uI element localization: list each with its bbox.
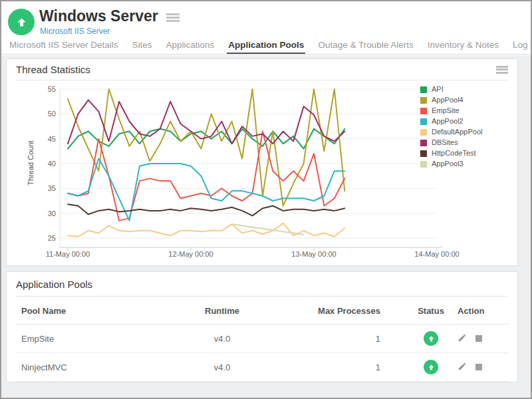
- column-header-action: Action: [455, 297, 509, 325]
- tab-sites[interactable]: Sites: [131, 40, 154, 54]
- svg-text:13-May 00:00: 13-May 00:00: [291, 250, 336, 258]
- application-pools-title: Application Pools: [16, 279, 92, 290]
- status-up-icon: [424, 360, 438, 374]
- legend-item[interactable]: API: [420, 86, 482, 93]
- application-pools-panel: Application Pools Pool Name Runtime Max …: [7, 272, 517, 382]
- svg-text:40: 40: [48, 160, 56, 168]
- legend-label: DefaultAppPool: [432, 128, 482, 136]
- legend-swatch-icon: [420, 97, 427, 104]
- legend-item[interactable]: DBSites: [420, 139, 482, 146]
- column-header-runtime: Runtime: [182, 297, 262, 325]
- svg-text:45: 45: [48, 135, 56, 143]
- tab-application-pools[interactable]: Application Pools: [227, 40, 305, 54]
- content-area: Thread Statistics Thread Count 253035404…: [1, 55, 531, 398]
- legend-item[interactable]: AppPool2: [420, 118, 482, 125]
- pool-name-cell: NinjectMVC: [16, 353, 182, 382]
- legend-label: API: [432, 86, 444, 93]
- tab-bar: Microsoft IIS Server Details Sites Appli…: [1, 39, 531, 55]
- legend-label: HttpCodeTest: [432, 150, 476, 157]
- legend-item[interactable]: AppPool4: [420, 96, 482, 104]
- tab-server-details[interactable]: Microsoft IIS Server Details: [8, 40, 120, 54]
- tab-inventory-notes[interactable]: Inventory & Notes: [426, 40, 500, 54]
- legend-label: EmpSite: [432, 107, 460, 114]
- edit-pencil-icon[interactable]: [458, 362, 467, 373]
- svg-text:50: 50: [48, 110, 56, 118]
- legend-item[interactable]: EmpSite: [420, 107, 482, 114]
- svg-text:35: 35: [48, 184, 56, 192]
- max-processes-cell: 1: [262, 325, 407, 353]
- legend-item[interactable]: DefaultAppPool: [420, 128, 482, 136]
- thread-chart-area: Thread Count 2530354045505511-May 00:001…: [7, 80, 517, 265]
- column-header-status: Status: [407, 297, 455, 325]
- legend-swatch-icon: [420, 140, 427, 146]
- thread-statistics-title: Thread Statistics: [16, 64, 90, 75]
- arrow-up-icon: [16, 17, 27, 28]
- svg-text:25: 25: [48, 234, 56, 242]
- legend-item[interactable]: HttpCodeTest: [420, 150, 482, 157]
- tab-outage-trouble-alerts[interactable]: Outage & Trouble Alerts: [317, 40, 414, 54]
- chart-menu-hamburger-icon[interactable]: [496, 66, 508, 74]
- legend-swatch-icon: [420, 129, 427, 136]
- page-title: Windows Server: [39, 7, 158, 25]
- svg-text:14-May 00:00: 14-May 00:00: [414, 250, 459, 258]
- runtime-cell: v4.0: [182, 353, 262, 382]
- column-header-max-processes: Max Processes: [262, 297, 407, 325]
- legend-swatch-icon: [420, 108, 427, 114]
- legend-label: AppPool2: [432, 118, 464, 125]
- legend-item[interactable]: AppPool3: [420, 160, 482, 168]
- table-row: NinjectMVC v4.0 1: [16, 353, 509, 382]
- table-row: EmpSite v4.0 1: [16, 325, 509, 353]
- tab-log-report[interactable]: Log Report: [511, 40, 532, 54]
- chart-legend: APIAppPool4EmpSiteAppPool2DefaultAppPool…: [420, 86, 482, 171]
- runtime-cell: v4.0: [182, 325, 262, 353]
- legend-label: DBSites: [432, 139, 458, 146]
- legend-swatch-icon: [420, 161, 427, 168]
- legend-label: AppPool4: [432, 96, 464, 104]
- server-status-avatar: [8, 9, 35, 35]
- edit-pencil-icon[interactable]: [458, 333, 467, 344]
- svg-text:55: 55: [48, 85, 56, 93]
- title-menu-hamburger-icon[interactable]: [166, 13, 180, 22]
- column-header-pool-name: Pool Name: [16, 297, 182, 325]
- legend-swatch-icon: [420, 150, 427, 157]
- tab-applications[interactable]: Applications: [165, 40, 216, 54]
- thread-chart[interactable]: 2530354045505511-May 00:0012-May 00:0013…: [7, 80, 472, 263]
- svg-text:30: 30: [48, 209, 56, 217]
- application-pools-table: Pool Name Runtime Max Processes Status A…: [16, 297, 509, 382]
- status-up-icon: [424, 331, 438, 346]
- legend-label: AppPool3: [432, 160, 464, 168]
- stop-square-icon[interactable]: [475, 335, 482, 342]
- max-processes-cell: 1: [262, 353, 407, 382]
- app-header: Windows Server Microsoft IIS Server: [1, 1, 531, 39]
- legend-swatch-icon: [420, 118, 427, 125]
- server-type-link[interactable]: Microsoft IIS Server: [40, 27, 110, 36]
- svg-text:12-May 00:00: 12-May 00:00: [168, 250, 213, 258]
- legend-swatch-icon: [420, 86, 427, 93]
- thread-statistics-panel: Thread Statistics Thread Count 253035404…: [7, 59, 517, 265]
- pool-name-cell: EmpSite: [16, 325, 182, 353]
- svg-text:11-May 00:00: 11-May 00:00: [46, 250, 90, 258]
- stop-square-icon[interactable]: [475, 364, 482, 370]
